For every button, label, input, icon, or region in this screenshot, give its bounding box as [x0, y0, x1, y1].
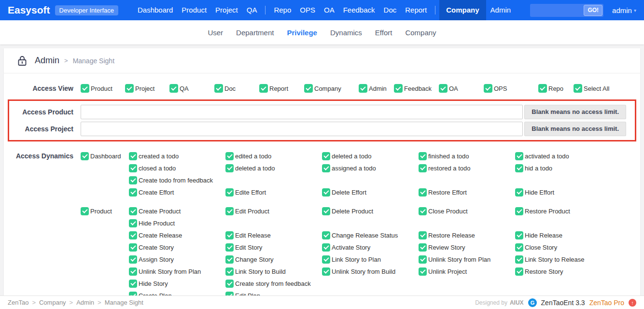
access-view-checkbox[interactable]: QA	[169, 84, 214, 93]
dynamics-checkbox[interactable]: Change Release Status	[322, 231, 419, 239]
access-view-checkbox[interactable]: Company	[304, 84, 359, 93]
dynamics-checkbox[interactable]: Restore Story	[515, 267, 612, 276]
breadcrumb-separator-icon: >	[70, 299, 73, 306]
dynamics-checkbox[interactable]: Create todo from feedback	[129, 176, 225, 184]
access-project-input[interactable]	[81, 122, 523, 136]
product-version-link[interactable]: ZenTaoEnt 3.3	[541, 299, 585, 307]
access-view-checkbox[interactable]: Select All	[574, 84, 609, 93]
dynamics-checkbox[interactable]: Delete Product	[322, 207, 419, 215]
access-view-checkbox[interactable]: Repo	[538, 84, 574, 93]
dynamics-group-checkbox[interactable]: Product	[81, 207, 112, 215]
tab-company[interactable]: Company	[402, 28, 439, 37]
nav-product[interactable]: Product	[177, 0, 211, 20]
dynamics-checkbox[interactable]: Restore Release	[419, 231, 515, 239]
access-view-checkbox[interactable]: OA	[439, 84, 484, 93]
dynamics-checkbox[interactable]: Hide Product	[129, 219, 225, 227]
access-view-checkbox[interactable]: Feedback	[394, 84, 439, 93]
nav-doc[interactable]: Doc	[379, 0, 401, 20]
dynamics-checkbox[interactable]: Hide Story	[129, 280, 225, 288]
user-menu[interactable]: admin ▾	[612, 6, 636, 14]
dynamics-checkbox[interactable]: Edit Plan	[225, 292, 322, 295]
dynamics-checkbox[interactable]: Edite Effort	[225, 188, 322, 197]
nav-project[interactable]: Project	[211, 0, 242, 20]
dynamics-checkbox[interactable]: deleted a todo	[322, 152, 419, 160]
dynamics-checkbox[interactable]: Hide Effort	[515, 188, 612, 197]
zentao-pro-link[interactable]: ZenTao Pro	[589, 299, 624, 307]
dynamics-checkbox[interactable]: assigned a todo	[322, 164, 419, 172]
tab-department[interactable]: Department	[233, 28, 277, 37]
dynamics-checkbox[interactable]: activated a todo	[515, 152, 612, 160]
dynamics-checkbox[interactable]: Link Story to Build	[225, 267, 322, 276]
nav-feedback[interactable]: Feedback	[339, 0, 379, 20]
dynamics-checkbox[interactable]: Edit Story	[225, 243, 322, 252]
dynamics-checkbox[interactable]: Restore Product	[515, 207, 612, 215]
nav-ops[interactable]: OPS	[295, 0, 320, 20]
dynamics-checkbox[interactable]: Create Effort	[129, 188, 225, 197]
nav-company[interactable]: Company	[439, 0, 486, 20]
dynamics-checkbox[interactable]: Create Plan	[129, 292, 225, 295]
dynamics-checkbox[interactable]: Close Story	[515, 243, 612, 252]
nav-repo[interactable]: Repo	[269, 0, 295, 20]
access-product-hint-button[interactable]: Blank means no access limit.	[524, 105, 626, 119]
dynamics-checkbox[interactable]: Delete Effort	[322, 188, 419, 197]
tab-effort[interactable]: Effort	[372, 28, 395, 37]
dynamics-checkbox[interactable]: Create Product	[129, 207, 225, 215]
upgrade-icon[interactable]: ↑	[629, 299, 636, 307]
dynamics-checkbox[interactable]: edited a todo	[225, 152, 322, 160]
tab-dynamics[interactable]: Dynamics	[327, 28, 365, 37]
footer-crumb-zentao[interactable]: ZenTao	[8, 299, 28, 306]
footer-crumb-manage-sight[interactable]: Manage Sight	[105, 299, 143, 306]
footer-crumb-company[interactable]: Company	[39, 299, 66, 306]
footer-credits: Designed by AIUX G ZenTaoEnt 3.3 ZenTao …	[475, 298, 636, 307]
dynamics-checkbox[interactable]: Create Story	[129, 243, 225, 252]
tab-privilege[interactable]: Privilege	[284, 28, 320, 37]
dynamics-checkbox[interactable]: Create Release	[129, 231, 225, 239]
dynamics-checkbox[interactable]: Close Product	[419, 207, 515, 215]
dynamics-checkbox[interactable]: Create story from feedback	[225, 280, 322, 288]
access-project-hint-button[interactable]: Blank means no access limit.	[524, 122, 626, 136]
nav-admin[interactable]: Admin	[486, 0, 516, 20]
access-view-checkbox[interactable]: Product	[81, 84, 125, 93]
dynamics-checkbox[interactable]: Edit Product	[225, 207, 322, 215]
dynamics-checkbox[interactable]: finished a todo	[419, 152, 515, 160]
search-go-button[interactable]: GO!	[584, 5, 602, 16]
footer-crumb-admin[interactable]: Admin	[76, 299, 94, 306]
checkbox-checked-icon	[125, 84, 134, 93]
dynamics-checkbox[interactable]: Link Story to Release	[515, 255, 612, 264]
access-view-checkbox[interactable]: Doc	[214, 84, 259, 93]
dynamics-row-cells: Create todo from feedback	[129, 176, 225, 184]
dynamics-row-cells: Create Effort Edite Effort	[129, 188, 612, 197]
tab-user[interactable]: User	[205, 28, 226, 37]
dynamics-checkbox[interactable]: Unlink Story from Build	[322, 267, 419, 276]
access-view-checkbox[interactable]: Admin	[359, 84, 394, 93]
dynamics-checkbox[interactable]: Unlink Story from Plan	[419, 255, 515, 264]
nav-dashboard[interactable]: Dashboard	[133, 0, 177, 20]
checkbox-label: Close Product	[428, 208, 468, 215]
access-product-input[interactable]	[81, 105, 523, 119]
dynamics-checkbox[interactable]: restored a todo	[419, 164, 515, 172]
dynamics-checkbox[interactable]: created a todo	[129, 152, 225, 160]
nav-qa[interactable]: QA	[242, 0, 262, 20]
dynamics-checkbox[interactable]: Link Story to Plan	[322, 255, 419, 264]
dynamics-checkbox[interactable]: Review Story	[419, 243, 515, 252]
dynamics-checkbox[interactable]: Unlink Project	[419, 267, 515, 276]
dynamics-checkbox[interactable]: Assign Story	[129, 255, 225, 264]
nav-report[interactable]: Report	[401, 0, 431, 20]
dynamics-group-checkbox[interactable]: Dashboard	[81, 152, 121, 160]
dynamics-checkbox[interactable]: Hide Release	[515, 231, 612, 239]
dynamics-checkbox[interactable]: hid a todo	[515, 164, 612, 172]
zentao-logo-icon[interactable]: G	[528, 298, 537, 307]
access-view-checkbox[interactable]: OPS	[484, 84, 538, 93]
dynamics-checkbox[interactable]: Unlink Story from Plan	[129, 267, 225, 276]
access-view-checkbox[interactable]: Project	[125, 84, 169, 93]
nav-oa[interactable]: OA	[320, 0, 339, 20]
dynamics-checkbox[interactable]: Change Story	[225, 255, 322, 264]
dynamics-checkbox[interactable]: deleted a todo	[225, 164, 322, 172]
dynamics-checkbox[interactable]: Activate Story	[322, 243, 419, 252]
dynamics-checkbox[interactable]: Edit Release	[225, 231, 322, 239]
access-view-checkbox[interactable]: Report	[259, 84, 304, 93]
brand-logo[interactable]: Easysoft	[8, 4, 50, 16]
dynamics-checkbox[interactable]: closed a todo	[129, 164, 225, 172]
dynamics-checkbox[interactable]: Restore Effort	[419, 188, 515, 197]
checkbox-label: Project	[135, 85, 154, 92]
